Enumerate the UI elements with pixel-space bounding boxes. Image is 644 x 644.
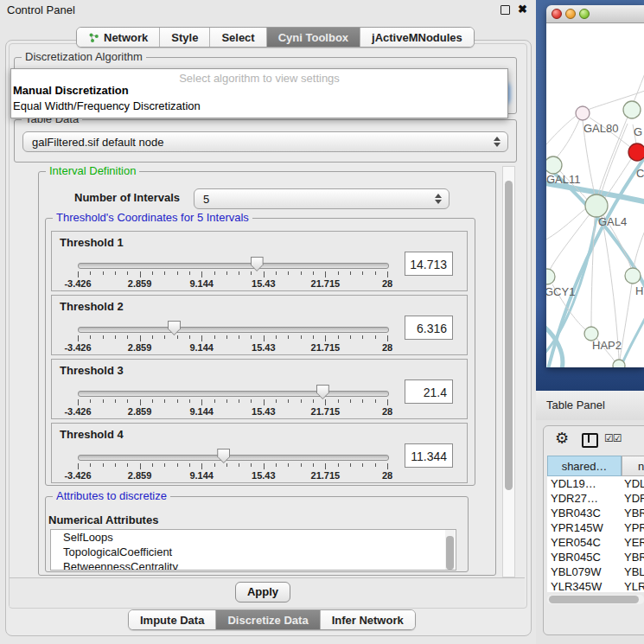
network-node-gal11[interactable] [546,156,562,174]
threshold-slider-track[interactable] [78,455,389,461]
network-node-g[interactable] [623,101,641,118]
column-header-1[interactable]: n [622,456,644,476]
tab-network[interactable]: Network [77,28,160,47]
tab-cyni-toolbox[interactable]: Cyni Toolbox [267,28,360,47]
attribute-list-item[interactable]: SelfLoops [51,530,456,545]
table-header-row: shared…n [547,456,644,476]
scrollbar-thumb[interactable] [505,181,513,490]
attribute-list-item[interactable]: TopologicalCoefficient [51,545,456,559]
threshold-slider-track[interactable] [78,263,389,269]
column-layout-icon[interactable] [582,433,598,448]
vertical-scrollbar[interactable] [502,166,515,577]
tick-mark [350,271,351,275]
network-node-h[interactable] [625,268,641,284]
attribute-list-item[interactable]: BetweennessCentrality [51,559,456,571]
gear-icon[interactable]: ⚙ [555,429,569,448]
threshold-slider-handle[interactable] [168,321,181,335]
tab-style[interactable]: Style [160,28,210,47]
tick-mark [164,271,165,275]
table-row[interactable]: YLR345WYLR3 [547,579,644,592]
zoom-traffic-light-icon[interactable] [579,9,590,19]
list-scrollbar[interactable] [445,530,455,570]
algorithm-option[interactable]: Manual Discretization [13,84,129,97]
table-row[interactable]: YER054CYER0 [547,535,644,550]
number-of-intervals-combobox[interactable]: 5 [194,188,450,209]
close-traffic-light-icon[interactable] [552,9,562,19]
close-icon[interactable]: ✖ [518,3,527,16]
tick-label: 2.859 [128,342,152,353]
tab-jactivemnodules[interactable]: jActiveMNodules [360,28,474,47]
tick-mark [78,399,79,405]
tick-mark [115,335,116,339]
threshold-slider-track[interactable] [78,327,389,333]
tab-label: Cyni Toolbox [278,31,348,44]
tick-mark [239,463,239,467]
float-window-icon[interactable] [501,5,510,15]
threshold-slider-handle[interactable] [217,449,230,463]
screenshot-root: Control Panel ✖ NetworkStyleSelectCyni T… [0,0,644,644]
number-of-intervals-value: 5 [194,193,431,206]
threshold-value-field[interactable]: 21.4 [405,379,453,404]
apply-button[interactable]: Apply [235,582,290,603]
threshold-value-field[interactable]: 6.316 [405,316,453,340]
network-node-gal80[interactable] [576,106,590,120]
node-table-container: ⚙ ☑☑ shared…n YDL19…YDL1YDR27…YDR2YBR043… [543,425,644,635]
numerical-attributes-list[interactable]: SelfLoopsTopologicalCoefficientBetweenne… [50,529,456,571]
table-row[interactable]: YPR145WYPR1 [547,520,644,535]
threshold-slider-handle[interactable] [316,385,329,399]
control-panel: Control Panel ✖ NetworkStyleSelectCyni T… [0,0,536,644]
network-node-gal4[interactable] [585,194,608,217]
control-panel-header: Control Panel ✖ [0,0,536,19]
tick-mark [189,399,190,403]
tick-label: 21.715 [311,470,341,481]
tick-mark [338,463,339,467]
horizontal-scrollbar[interactable] [547,595,644,604]
tab-select[interactable]: Select [210,28,266,47]
network-node[interactable] [613,360,625,367]
threshold-slider-track[interactable] [78,391,389,397]
tab-impute-data[interactable]: Impute Data [129,610,216,629]
horizontal-scrollbar-thumb[interactable] [549,596,639,603]
panel-title: Control Panel [7,3,75,16]
list-scrollbar-thumb[interactable] [446,536,454,570]
network-node-c[interactable] [628,143,644,161]
tick-mark [350,335,351,339]
threshold-slider-handle[interactable] [251,257,264,271]
slider-tick-labels: -3.4262.8599.14415.4321.71528 [78,342,387,353]
minimize-traffic-light-icon[interactable] [565,9,576,19]
algorithm-option[interactable]: Equal Width/Frequency Discretization [13,99,201,112]
table-row[interactable]: YBR043CYBR0 [547,506,644,520]
tick-label: -3.426 [64,470,91,481]
tick-mark [226,463,227,467]
tick-mark [276,463,277,467]
tick-mark [251,335,252,339]
table-row[interactable]: YDR27…YDR2 [547,491,644,506]
number-of-intervals-label: Number of Intervals [74,191,180,204]
column-header-0[interactable]: shared… [547,456,622,476]
tick-mark [313,399,314,403]
tick-mark [251,399,252,403]
tick-mark [115,399,116,403]
table-row[interactable]: YBL079WYBL0 [547,564,644,579]
select-columns-icon[interactable]: ☑☑ [604,432,622,444]
threshold-panel: Threshold 1-3.4262.8599.14415.4321.71528… [51,231,468,291]
network-icon [88,32,99,43]
tab-discretize-data[interactable]: Discretize Data [216,610,320,629]
table-row[interactable]: YBR045CYBR0 [547,550,644,564]
tick-label: 28 [382,342,392,353]
tab-label: Network [104,31,148,44]
tick-mark [189,463,190,467]
network-node-gcy1[interactable] [546,269,555,284]
tick-mark [375,335,376,339]
table-row[interactable]: YDL19…YDL1 [547,476,644,491]
tick-label: 28 [382,278,392,289]
table-data-combobox[interactable]: galFiltered.sif default node [22,131,508,152]
threshold-value-field[interactable]: 14.713 [405,252,453,276]
table-cell: YER054C [547,535,622,550]
network-canvas[interactable]: GAL80GCGAL11GAL4GCY1HHAP2 [546,23,644,367]
threshold-value-field[interactable]: 11.344 [405,443,453,468]
tab-infer-network[interactable]: Infer Network [321,610,415,629]
tick-mark [90,399,91,403]
tick-mark [103,399,104,403]
node-label: GAL4 [598,215,627,228]
